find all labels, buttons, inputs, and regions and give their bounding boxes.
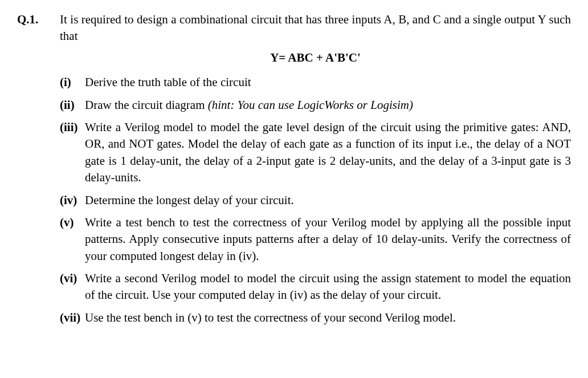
subpart-vi: (vi) Write a second Verilog model to mod… [60,270,571,304]
question-number: Q.1. [17,11,48,332]
subpart-content: Use the test bench in (v) to test the co… [85,310,571,326]
subpart-marker: (vii) [60,310,85,326]
subpart-marker: (ii) [60,97,85,113]
subpart-marker: (i) [60,74,85,91]
question-equation: Y= ABC + A'B'C' [60,50,571,66]
subparts-list: (i) Derive the truth table of the circui… [60,74,571,326]
subpart-i: (i) Derive the truth table of the circui… [60,74,571,91]
subpart-content: Determine the longest delay of your circ… [85,192,571,209]
subpart-content: Draw the circuit diagram (hint: You can … [85,97,571,113]
subpart-content: Derive the truth table of the circuit [85,74,571,91]
subpart-marker: (iii) [60,119,85,136]
subpart-marker: (iv) [60,192,85,209]
subpart-content: Write a second Verilog model to model th… [85,270,571,304]
question-intro: It is required to design a combinational… [60,11,571,45]
subpart-iv: (iv) Determine the longest delay of your… [60,192,571,209]
subpart-marker: (vi) [60,270,85,287]
subpart-v: (v) Write a test bench to test the corre… [60,214,571,265]
subpart-content: Write a Verilog model to model the gate … [85,119,571,186]
question-body: It is required to design a combinational… [60,11,571,332]
subpart-iii: (iii) Write a Verilog model to model the… [60,119,571,186]
subpart-content: Write a test bench to test the correctne… [85,214,571,265]
subpart-ii: (ii) Draw the circuit diagram (hint: You… [60,97,571,113]
subpart-marker: (v) [60,214,85,231]
subpart-vii: (vii) Use the test bench in (v) to test … [60,310,571,326]
question-container: Q.1. It is required to design a combinat… [17,11,571,332]
